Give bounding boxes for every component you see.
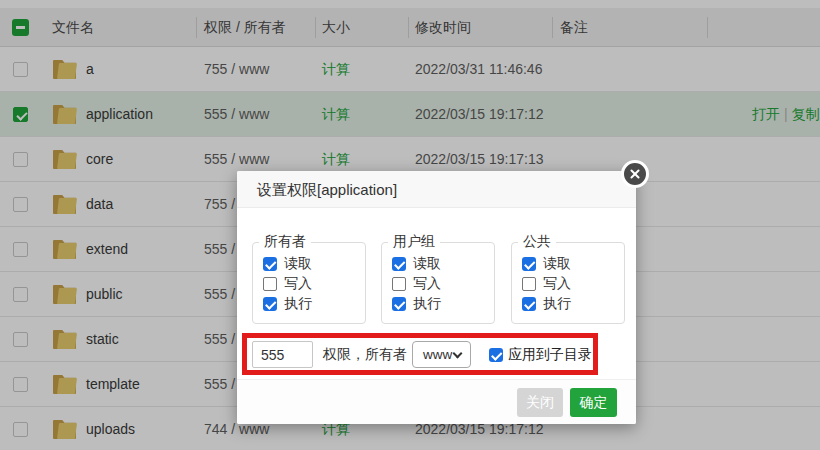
group-read-option[interactable]: 读取 xyxy=(392,254,494,274)
public-exec-option[interactable]: 执行 xyxy=(522,294,624,314)
dialog-footer: 关闭 确定 xyxy=(237,379,636,424)
dialog-body: 所有者 读取 写入 执行 用户组 xyxy=(237,208,636,379)
checkbox-checked-icon[interactable] xyxy=(263,257,277,271)
checkbox-checked-icon[interactable] xyxy=(392,257,406,271)
dialog-header: 设置权限[application] xyxy=(237,171,636,208)
perm-group-public-legend: 公共 xyxy=(518,233,556,251)
group-exec-option[interactable]: 执行 xyxy=(392,294,494,314)
perm-value-row: 权限， 所有者 www 应用到子目录 xyxy=(237,341,636,368)
owner-write-option[interactable]: 写入 xyxy=(263,274,365,294)
perm-label: 权限， xyxy=(323,341,365,368)
group-write-option[interactable]: 写入 xyxy=(392,274,494,294)
owner-select-value: www xyxy=(423,342,452,367)
perm-group-usergroup-legend: 用户组 xyxy=(388,233,440,251)
owner-label: 所有者 xyxy=(365,341,407,368)
dialog-title: 设置权限[application] xyxy=(257,181,397,198)
perm-group-usergroup: 用户组 读取 写入 执行 xyxy=(381,233,495,324)
owner-read-option[interactable]: 读取 xyxy=(263,254,365,274)
apply-to-subdir-checkbox[interactable] xyxy=(489,348,503,362)
checkbox-unchecked-icon[interactable] xyxy=(263,277,277,291)
set-permissions-dialog: 设置权限[application] 所有者 读取 写入 执行 用户 xyxy=(237,171,636,424)
checkbox-checked-icon[interactable] xyxy=(392,297,406,311)
confirm-button[interactable]: 确定 xyxy=(570,388,617,417)
checkbox-checked-icon[interactable] xyxy=(522,297,536,311)
perm-group-public: 公共 读取 写入 执行 xyxy=(511,233,625,324)
close-button[interactable]: 关闭 xyxy=(517,388,563,417)
apply-to-subdir-label[interactable]: 应用到子目录 xyxy=(508,341,592,368)
owner-exec-option[interactable]: 执行 xyxy=(263,294,365,314)
checkbox-unchecked-icon[interactable] xyxy=(392,277,406,291)
perm-group-owner: 所有者 读取 写入 执行 xyxy=(252,233,366,324)
perm-group-owner-legend: 所有者 xyxy=(259,233,311,251)
checkbox-checked-icon[interactable] xyxy=(263,297,277,311)
public-write-option[interactable]: 写入 xyxy=(522,274,624,294)
checkbox-checked-icon[interactable] xyxy=(522,257,536,271)
owner-select[interactable]: www xyxy=(412,341,471,368)
chevron-down-icon xyxy=(453,349,463,359)
public-read-option[interactable]: 读取 xyxy=(522,254,624,274)
perm-value-input[interactable] xyxy=(252,341,313,368)
close-icon[interactable] xyxy=(621,160,649,188)
checkbox-unchecked-icon[interactable] xyxy=(522,277,536,291)
